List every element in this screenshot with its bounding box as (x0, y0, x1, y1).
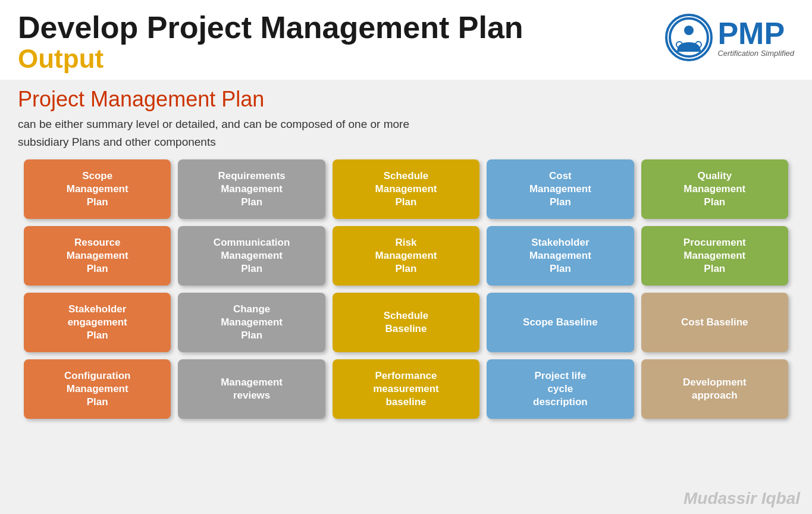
plan-box-r3-c4: Developmentapproach (641, 359, 788, 419)
plan-box-r3-c0: ConfigurationManagementPlan (24, 359, 171, 419)
plan-box-r2-c3: Scope Baseline (487, 293, 634, 352)
plan-box-r1-c1: CommunicationManagementPlan (178, 226, 325, 286)
header: Develop Project Management Plan Output P… (0, 0, 812, 80)
plans-grid: ScopeManagementPlanRequirementsManagemen… (18, 159, 794, 419)
watermark: Mudassir Iqbal (684, 489, 800, 508)
plan-box-r2-c1: ChangeManagementPlan (178, 293, 325, 352)
plan-box-r1-c3: StakeholderManagementPlan (487, 226, 634, 286)
section-title: Project Management Plan (18, 87, 794, 112)
plan-box-r2-c4: Cost Baseline (641, 293, 788, 352)
pmp-text-block: PMP Certification Simplified (717, 18, 794, 58)
plan-box-r0-c3: CostManagementPlan (487, 159, 634, 219)
plan-box-r0-c1: RequirementsManagementPlan (178, 159, 325, 219)
plan-box-r3-c3: Project lifecycledescription (487, 359, 634, 419)
description: can be either summary level or detailed,… (18, 115, 794, 152)
content: Project Management Plan can be either su… (0, 80, 812, 425)
plan-box-r0-c0: ScopeManagementPlan (24, 159, 171, 219)
description-line1: can be either summary level or detailed,… (18, 118, 409, 130)
page-wrapper: Develop Project Management Plan Output P… (0, 0, 812, 514)
pmp-subtitle: Certification Simplified (717, 49, 794, 58)
pmp-logo: PMP Certification Simplified (665, 14, 794, 61)
pmp-circle-icon (665, 14, 713, 61)
plan-box-r1-c4: ProcurementManagementPlan (641, 226, 788, 286)
description-line2: subsidiary Plans and other components (18, 136, 216, 148)
plan-box-r1-c0: ResourceManagementPlan (24, 226, 171, 286)
svg-point-1 (684, 26, 694, 35)
main-title: Develop Project Management Plan (18, 11, 523, 45)
plan-box-r1-c2: RiskManagementPlan (333, 226, 479, 286)
plan-box-r2-c2: ScheduleBaseline (333, 293, 479, 352)
plan-box-r2-c0: StakeholderengagementPlan (24, 293, 171, 352)
pmp-letters: PMP (717, 18, 794, 49)
plan-box-r0-c4: QualityManagementPlan (641, 159, 788, 219)
output-label: Output (18, 45, 523, 73)
plan-box-r3-c1: Managementreviews (178, 359, 325, 419)
plan-box-r3-c2: Performancemeasurementbaseline (333, 359, 479, 419)
header-left: Develop Project Management Plan Output (18, 11, 523, 74)
plan-box-r0-c2: ScheduleManagementPlan (333, 159, 479, 219)
